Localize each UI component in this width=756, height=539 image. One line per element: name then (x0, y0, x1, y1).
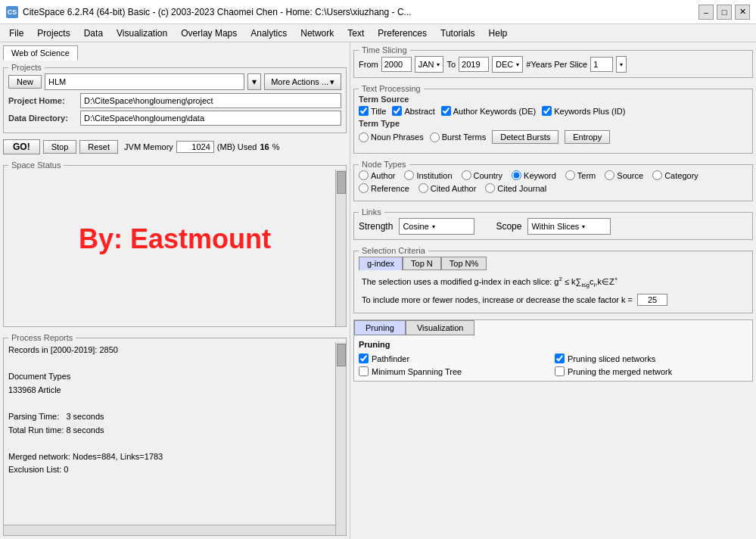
jvm-memory-label: JVM Memory (124, 142, 173, 151)
scrollbar-thumb[interactable] (337, 171, 346, 194)
close-button[interactable]: ✕ (735, 5, 750, 20)
detect-bursts-button[interactable]: Detect Bursts (492, 130, 558, 144)
process-reports-legend: Process Reports (8, 333, 76, 342)
radio-noun-phrases[interactable]: Noun Phrases (359, 132, 424, 142)
radio-category[interactable]: Category (652, 170, 698, 180)
menu-bar: File Projects Data Visualization Overlay… (0, 24, 756, 42)
pruning-tab-pruning[interactable]: Pruning (354, 320, 406, 335)
term-source-label: Term Source (359, 95, 748, 104)
menu-projects[interactable]: Projects (31, 26, 76, 40)
menu-overlay-maps[interactable]: Overlay Maps (175, 26, 243, 40)
jvm-memory-input[interactable] (176, 141, 214, 153)
pruning-merged-network[interactable]: Pruning the merged network (555, 366, 748, 376)
radio-country[interactable]: Country (462, 170, 503, 180)
pruning-tab-visualization[interactable]: Visualization (406, 320, 475, 335)
sc-tab-topn[interactable]: Top N (403, 257, 441, 270)
menu-analytics[interactable]: Analytics (244, 26, 293, 40)
selection-criteria-legend: Selection Criteria (359, 246, 428, 255)
project-row: New ▾ More Actions ... ▾ (8, 73, 341, 90)
maximize-button[interactable]: □ (717, 5, 732, 20)
from-year-input[interactable] (381, 57, 412, 72)
pruning-sliced-networks[interactable]: Pruning sliced networks (555, 354, 748, 363)
space-status-section: Space Status By: Eastmount (3, 160, 347, 327)
tab-web-of-science[interactable]: Web of Science (3, 45, 78, 61)
go-button[interactable]: GO! (3, 139, 40, 154)
from-label: From (359, 60, 378, 69)
new-button[interactable]: New (8, 75, 42, 89)
node-types-row2: Reference Cited Author Cited Journal (359, 183, 748, 193)
entropy-button[interactable]: Entropy (565, 130, 610, 144)
data-directory-input[interactable] (80, 111, 341, 126)
process-scrollbar-thumb[interactable] (337, 344, 346, 366)
menu-visualization[interactable]: Visualization (110, 26, 173, 40)
title-bar-left: CS CiteSpace 6.2.R4 (64-bit) Basic - (c)… (6, 6, 412, 18)
radio-reference[interactable]: Reference (359, 183, 409, 193)
menu-help[interactable]: Help (483, 26, 514, 40)
checkbox-abstract[interactable]: Abstract (392, 106, 434, 116)
radio-cited-author[interactable]: Cited Author (418, 183, 477, 193)
strength-select[interactable]: Cosine ▾ (399, 218, 474, 235)
menu-preferences[interactable]: Preferences (372, 26, 433, 40)
years-per-slice-dropdown[interactable]: ▾ (616, 56, 627, 73)
from-month-select[interactable]: JAN ▾ (415, 56, 444, 73)
menu-file[interactable]: File (3, 26, 30, 40)
data-directory-label: Data Directory: (8, 114, 80, 123)
project-home-label: Project Home: (8, 96, 80, 105)
checkbox-keywords-plus[interactable]: Keywords Plus (ID) (542, 106, 625, 116)
radio-keyword[interactable]: Keyword (512, 170, 556, 180)
checkbox-title[interactable]: Title (359, 106, 386, 116)
reset-button[interactable]: Reset (79, 140, 118, 154)
process-line-8 (8, 437, 341, 450)
links-section: Links Strength Cosine ▾ Scope Within Sli… (353, 207, 753, 240)
term-type-row: Noun Phrases Burst Terms Detect Bursts E… (359, 130, 748, 144)
menu-data[interactable]: Data (78, 26, 109, 40)
from-month-caret: ▾ (437, 61, 440, 68)
node-types-legend: Node Types (359, 160, 409, 169)
menu-tutorials[interactable]: Tutorials (434, 26, 481, 40)
menu-text[interactable]: Text (341, 26, 370, 40)
term-type-label: Term Type (359, 119, 748, 128)
more-actions-button[interactable]: More Actions ... ▾ (264, 73, 341, 90)
radio-term[interactable]: Term (565, 170, 596, 180)
pruning-pathfinder[interactable]: Pathfinder (359, 354, 552, 363)
links-legend: Links (359, 207, 384, 217)
process-content: Records in [2000-2019]: 2850 Document Ty… (8, 344, 341, 477)
process-line-6: Parsing Time: 3 seconds (8, 410, 341, 424)
checkbox-author-keywords[interactable]: Author Keywords (DE) (441, 106, 536, 116)
links-row: Strength Cosine ▾ Scope Within Slices ▾ (359, 218, 748, 235)
process-scrollbar-v[interactable] (335, 342, 346, 535)
percent-sign: % (272, 142, 280, 151)
mb-label: (MB) Used (217, 142, 257, 151)
process-scrollbar-h[interactable] (4, 525, 335, 535)
scope-select[interactable]: Within Slices ▾ (527, 218, 611, 235)
left-panel: Web of Science Projects New ▾ More Actio… (0, 42, 350, 539)
years-per-slice-label: #Years Per Slice (526, 60, 587, 69)
k-value-input[interactable] (637, 294, 667, 306)
to-month-select[interactable]: DEC ▾ (492, 56, 523, 73)
controls-row: GO! Stop Reset JVM Memory (MB) Used 16 % (0, 136, 350, 157)
menu-network[interactable]: Network (294, 26, 340, 40)
radio-cited-journal[interactable]: Cited Journal (485, 183, 546, 193)
projects-section: Projects New ▾ More Actions ... ▾ Projec… (3, 63, 347, 133)
project-name-dropdown[interactable]: ▾ (247, 73, 261, 90)
radio-author[interactable]: Author (359, 170, 395, 180)
right-panel: Time Slicing From JAN ▾ To DEC ▾ #Years … (350, 42, 756, 539)
pruning-section: Pruning Visualization Pruning Pathfinder… (353, 319, 753, 382)
minimize-button[interactable]: – (698, 5, 714, 20)
pruning-mst[interactable]: Minimum Spanning Tree (359, 366, 552, 376)
to-year-input[interactable] (459, 57, 489, 72)
eastmount-watermark: By: Eastmount (79, 223, 271, 255)
project-name-input[interactable] (45, 73, 244, 90)
radio-institution[interactable]: Institution (404, 170, 452, 180)
years-per-slice-input[interactable] (590, 57, 613, 72)
stop-button[interactable]: Stop (43, 140, 77, 154)
sc-tab-topnpercent[interactable]: Top N% (441, 257, 487, 270)
project-home-input[interactable] (80, 93, 341, 108)
radio-source[interactable]: Source (605, 170, 643, 180)
space-scrollbar-v[interactable] (335, 170, 346, 326)
more-actions-dropdown-icon: ▾ (330, 77, 334, 87)
strength-caret: ▾ (432, 223, 435, 230)
radio-burst-terms[interactable]: Burst Terms (430, 132, 486, 142)
to-month-caret: ▾ (516, 61, 519, 68)
sc-tab-gindex[interactable]: g-index (359, 257, 403, 270)
